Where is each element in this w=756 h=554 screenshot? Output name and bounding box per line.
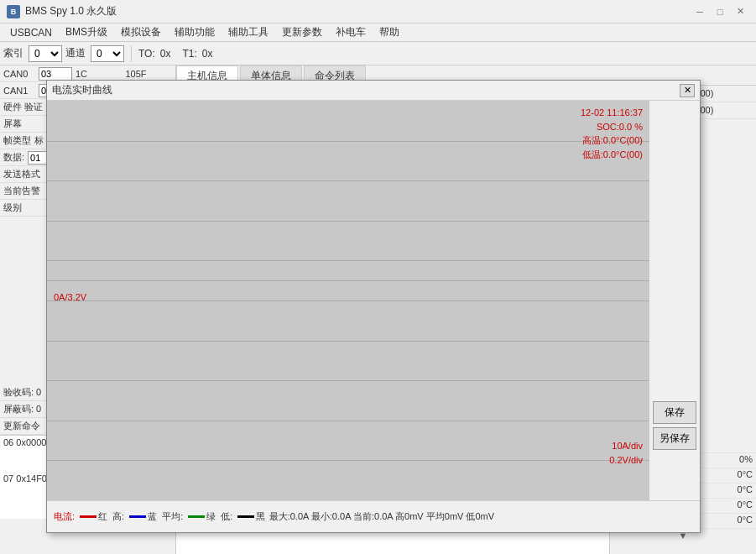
verify-code-label: 验收码: 0 bbox=[3, 386, 41, 399]
title-bar: B BMS Spy 1.0 永久版 ─ □ ✕ bbox=[0, 0, 756, 24]
modal-body: 12-02 11:16:37 SOC:0.0 % 高温:0.0°C(00) 低温… bbox=[47, 101, 700, 500]
update-cmd-label: 更新命令 bbox=[3, 420, 40, 432]
menu-help[interactable]: 帮助 bbox=[373, 24, 406, 42]
chart-amp-div: 10A/div bbox=[609, 439, 643, 453]
fan-on-value: 0°C bbox=[738, 499, 753, 512]
legend-color-blue bbox=[129, 515, 146, 518]
frame-type-value: 标 bbox=[34, 134, 44, 147]
menu-usbcan[interactable]: USBCAN bbox=[3, 24, 59, 42]
modal-close-button[interactable]: ✕ bbox=[680, 84, 695, 97]
menu-update-params[interactable]: 更新参数 bbox=[275, 24, 329, 42]
legend-avg-label: 平均: bbox=[162, 510, 183, 523]
init-soc-value: 0% bbox=[739, 454, 753, 467]
legend-black: 黑 bbox=[237, 510, 265, 523]
legend-area: 电流: 红 高: 蓝 平均: 绿 低: 黑 bbox=[54, 510, 266, 523]
toolbar: 索引 0 通道 0 TO: 0x T1: 0x bbox=[0, 42, 756, 65]
window-controls: ─ □ ✕ bbox=[691, 4, 749, 19]
menu-charge-car[interactable]: 补电车 bbox=[329, 24, 373, 42]
minimize-button[interactable]: ─ bbox=[691, 4, 709, 19]
grid-line-2 bbox=[47, 180, 649, 181]
to-value: 0x bbox=[160, 48, 171, 60]
stats-avg: 平均0mV bbox=[426, 511, 467, 521]
legend-color-green bbox=[188, 515, 205, 518]
chart-volt-div: 0.2V/div bbox=[609, 453, 643, 468]
legend-red-label: 红 bbox=[98, 510, 107, 523]
grid-line-9 bbox=[47, 460, 649, 461]
can1-label: CAN1 bbox=[3, 86, 35, 96]
legend-low-label: 低: bbox=[221, 510, 232, 523]
index-label: 索引 bbox=[3, 46, 23, 60]
legend-blue-label: 蓝 bbox=[148, 510, 157, 523]
menu-assist-tools[interactable]: 辅助工具 bbox=[222, 24, 275, 42]
window-title: BMS Spy 1.0 永久版 bbox=[25, 4, 117, 18]
legend-color-red bbox=[80, 515, 96, 518]
current-alarm-label: 当前告警 bbox=[3, 185, 40, 197]
legend-red: 红 bbox=[80, 510, 107, 523]
fan-close-value: 0°C bbox=[738, 515, 753, 527]
app-icon: B bbox=[7, 5, 20, 18]
chart-low-temp: 低温:0.0°C(00) bbox=[581, 148, 643, 162]
menu-assist-function[interactable]: 辅助功能 bbox=[168, 24, 222, 42]
legend-high-label: 高: bbox=[112, 510, 124, 523]
grid-line-7 bbox=[47, 380, 649, 381]
current-curve-modal: 电流实时曲线 ✕ bbox=[46, 80, 701, 533]
can0-val1: 1C bbox=[76, 69, 123, 79]
modal-title: 电流实时曲线 bbox=[52, 83, 112, 97]
screen-code-label: 屏蔽码: 0 bbox=[3, 403, 41, 416]
chart-area: 12-02 11:16:37 SOC:0.0 % 高温:0.0°C(00) 低温… bbox=[47, 101, 649, 500]
hardware-label: 硬件 验证 bbox=[3, 101, 43, 113]
screen-label: 屏幕 bbox=[3, 118, 22, 130]
side-spacer bbox=[653, 104, 696, 398]
menu-simulate-device[interactable]: 模拟设备 bbox=[114, 24, 168, 42]
grid-line-1 bbox=[47, 141, 649, 142]
index-select[interactable]: 0 bbox=[29, 45, 62, 62]
grid-line-6 bbox=[47, 341, 649, 342]
grid-line-3 bbox=[47, 221, 649, 222]
stats-current: 当前:0.0A bbox=[353, 511, 395, 521]
modal-footer: 电流: 红 高: 蓝 平均: 绿 低: 黑 bbox=[47, 500, 700, 532]
maximize-button[interactable]: □ bbox=[711, 4, 729, 19]
save-as-button[interactable]: 另保存 bbox=[653, 427, 696, 450]
data-label: 数据: bbox=[3, 151, 24, 164]
close-button[interactable]: ✕ bbox=[731, 4, 749, 19]
stats-high: 高0mV bbox=[395, 511, 426, 521]
legend-green-label: 绿 bbox=[206, 510, 216, 523]
toolbar-divider bbox=[131, 45, 132, 62]
t1-value: 0x bbox=[202, 48, 213, 60]
menu-bar: USBCAN BMS升级 模拟设备 辅助功能 辅助工具 更新参数 补电车 帮助 bbox=[0, 24, 756, 42]
stats-max: 最大:0.0A bbox=[269, 511, 311, 521]
chart-high-temp: 高温:0.0°C(00) bbox=[581, 133, 643, 148]
footer-stats: 最大:0.0A 最小:0.0A 当前:0.0A 高0mV 平均0mV 低0mV bbox=[269, 510, 693, 523]
send-format-label: 发送格式 bbox=[3, 168, 40, 180]
stats-low: 低0mV bbox=[466, 511, 494, 521]
legend-green: 绿 bbox=[188, 510, 216, 523]
heat-on-value: 0°C bbox=[738, 469, 753, 482]
t1-label: T1: bbox=[182, 48, 196, 60]
to-label: TO: bbox=[138, 48, 155, 60]
heat-off-value: 0°C bbox=[738, 484, 753, 497]
grid-line-4 bbox=[47, 260, 649, 261]
legend-black-label: 黑 bbox=[256, 510, 265, 523]
chart-top-right-labels: 12-02 11:16:37 SOC:0.0 % 高温:0.0°C(00) 低温… bbox=[581, 106, 643, 161]
title-bar-left: B BMS Spy 1.0 永久版 bbox=[7, 4, 117, 18]
menu-bms-upgrade[interactable]: BMS升级 bbox=[59, 24, 114, 42]
chart-bottom-right-labels: 10A/div 0.2V/div bbox=[609, 439, 643, 467]
chart-soc: SOC:0.0 % bbox=[581, 120, 643, 134]
can0-val2: 105F bbox=[126, 69, 173, 79]
grid-line-mid bbox=[47, 280, 649, 281]
chart-grid bbox=[47, 101, 649, 500]
modal-overlay: 电流实时曲线 ✕ bbox=[0, 0, 756, 554]
legend-current-label: 电流: bbox=[54, 510, 75, 523]
can0-id-input[interactable] bbox=[39, 67, 72, 81]
save-button[interactable]: 保存 bbox=[653, 401, 696, 424]
legend-color-black bbox=[237, 515, 254, 518]
stats-min: 最小:0.0A bbox=[311, 511, 353, 521]
frame-type-label: 帧类型 bbox=[3, 134, 31, 147]
chart-datetime: 12-02 11:16:37 bbox=[581, 106, 643, 120]
legend-blue: 蓝 bbox=[129, 510, 157, 523]
level-label: 级别 bbox=[3, 201, 22, 214]
channel-select[interactable]: 0 bbox=[91, 45, 124, 62]
chart-left-label: 0A/3.2V bbox=[54, 292, 86, 302]
modal-title-bar: 电流实时曲线 ✕ bbox=[47, 81, 700, 101]
channel-label: 通道 bbox=[65, 46, 86, 60]
